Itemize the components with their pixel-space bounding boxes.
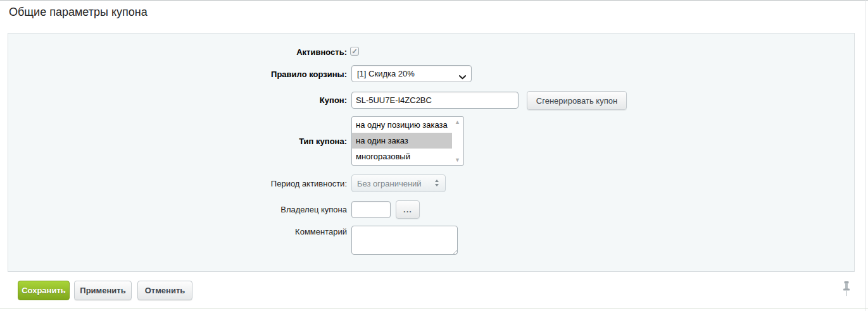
coupon-input[interactable] (351, 92, 519, 109)
scroll-down-icon[interactable]: ▼ (452, 157, 463, 163)
coupon-type-label: Тип купона: (8, 137, 347, 146)
comment-label: Комментарий (8, 227, 347, 236)
coupon-label: Купон: (8, 95, 347, 105)
coupon-owner-label: Владелец купона (8, 205, 347, 214)
activity-label: Активность: (8, 47, 347, 57)
activity-checkbox[interactable]: ✓ (350, 47, 359, 56)
basket-rule-select[interactable]: [1] Скидка 20% (351, 65, 472, 82)
bottom-divider (0, 308, 868, 308)
listbox-scrollbar[interactable]: ▲ ▼ (452, 118, 463, 164)
comment-textarea[interactable] (351, 226, 458, 255)
basket-rule-value: [1] Скидка 20% (357, 69, 415, 78)
top-divider (0, 0, 868, 1)
checkmark-icon: ✓ (351, 47, 357, 55)
generate-coupon-button[interactable]: Сгенерировать купон (527, 91, 627, 110)
right-divider (865, 0, 865, 311)
active-period-select[interactable]: Без ограничений (351, 174, 446, 192)
coupon-type-option[interactable]: многоразовый (352, 149, 452, 164)
coupon-type-listbox[interactable]: на одну позицию заказа на один заказ мно… (351, 116, 464, 166)
scroll-up-icon[interactable]: ▲ (452, 119, 463, 125)
chevron-down-icon (459, 72, 466, 82)
coupon-settings-page: Общие параметры купона Активность: ✓ Пра… (0, 0, 868, 311)
active-period-value: Без ограничений (357, 179, 422, 188)
coupon-owner-input[interactable] (351, 201, 391, 218)
browse-button[interactable]: ... (396, 200, 420, 219)
basket-rule-label: Правило корзины: (8, 70, 347, 79)
coupon-type-option[interactable]: на одну позицию заказа (352, 117, 452, 133)
cancel-button[interactable]: Отменить (137, 281, 192, 300)
save-button[interactable]: Сохранить (18, 281, 70, 300)
spinner-icon (435, 180, 439, 186)
coupon-type-option-selected[interactable]: на один заказ (352, 133, 452, 149)
active-period-label: Период активности: (8, 179, 347, 188)
apply-button[interactable]: Применить (74, 281, 132, 300)
page-title: Общие параметры купона (9, 6, 148, 19)
pin-icon[interactable] (841, 281, 852, 300)
